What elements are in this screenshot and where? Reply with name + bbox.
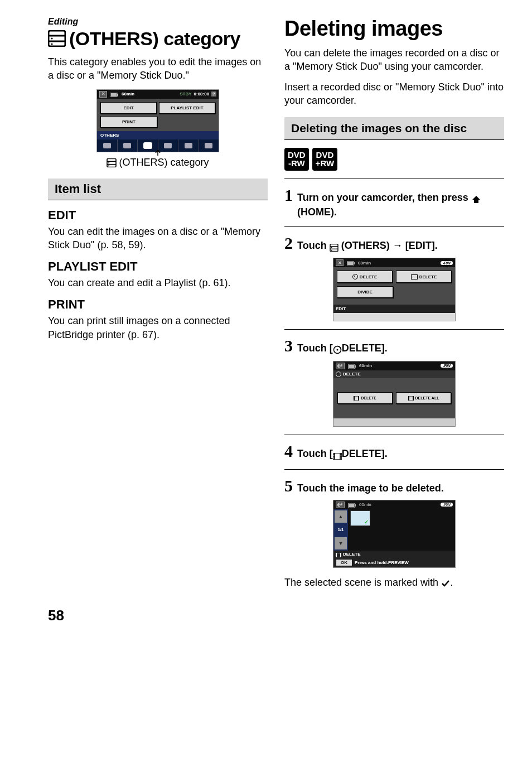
step-number: 1 [284, 187, 293, 204]
svg-point-22 [336, 349, 338, 351]
battery-icon [348, 502, 356, 508]
svg-rect-19 [354, 262, 355, 264]
svg-rect-27 [354, 396, 355, 401]
page-title-right: Deleting images [284, 17, 504, 41]
svg-point-16 [331, 247, 332, 248]
back-icon[interactable] [336, 502, 345, 508]
edit-menu-screenshot: ✕ 60min -RW DELETE DELETE DIVIDE EDIT [333, 258, 456, 321]
intro2: Insert a recorded disc or "Memory Stick … [284, 80, 504, 108]
edit-button[interactable]: EDIT [100, 102, 157, 114]
delete-button[interactable]: DELETE [337, 392, 393, 404]
page-indicator: 1/1 [333, 524, 348, 536]
subheading: Deleting the images on the disc [284, 117, 504, 140]
thumbnail-grid[interactable]: ✓ [348, 509, 455, 551]
edit-label: EDIT [333, 305, 455, 313]
svg-rect-6 [117, 94, 118, 96]
hint-text: Press and hold:PREVIEW [355, 560, 409, 565]
battery-text: 60min [358, 261, 371, 266]
section-breadcrumb: Editing [48, 17, 268, 27]
closing-text: The selected scene is marked with . [284, 576, 504, 589]
separator [284, 469, 504, 470]
playlist-edit-desc: You can create and edit a Playlist (p. 6… [48, 276, 268, 290]
svg-rect-25 [349, 365, 354, 368]
disc-type-badge: -RW [441, 503, 453, 507]
step-number: 5 [284, 478, 293, 494]
category-icon[interactable] [164, 143, 172, 148]
checkmark-icon [441, 577, 450, 588]
left-column: Editing (OTHERS) category This category … [48, 17, 268, 596]
thumbnail[interactable]: ✓ [350, 510, 370, 526]
scroll-up-button[interactable]: ▲ [335, 510, 347, 523]
scroll-down-button[interactable]: ▼ [335, 537, 347, 549]
intro1: You can delete the images recorded on a … [284, 46, 504, 74]
disc-type-badge: -RW [441, 364, 453, 368]
delete-header: DELETE [343, 372, 361, 377]
step-number: 3 [284, 337, 293, 354]
battery-text: 60min [359, 502, 371, 507]
step-3: 3 Touch [DELETE]. [284, 337, 504, 356]
status-text: STBY [180, 91, 191, 97]
delete-all-button[interactable]: DELETE ALL [396, 392, 451, 404]
film-icon [336, 552, 341, 557]
svg-rect-30 [408, 396, 409, 401]
disc-icon [352, 274, 358, 279]
svg-point-3 [51, 37, 52, 39]
divide-button[interactable]: DIVIDE [337, 286, 393, 298]
disc-badges: DVD-RW DVD+RW [284, 148, 504, 171]
svg-point-4 [51, 43, 52, 45]
category-icon[interactable] [103, 143, 111, 148]
others-menu-screenshot: ✕ 60min STBY 0:00:00 ? EDIT PLAYLIST EDI… [96, 89, 219, 152]
category-icon[interactable] [123, 143, 131, 148]
separator [284, 435, 504, 435]
delete-menu-screenshot: 60min -RW DELETE DELETE DELETE ALL [333, 361, 456, 427]
ms-delete-button[interactable]: DELETE [396, 271, 452, 283]
disc-icon [336, 372, 341, 377]
film-icon [333, 449, 342, 461]
separator [284, 226, 504, 227]
help-icon[interactable]: ? [211, 91, 216, 97]
print-heading: PRINT [48, 297, 268, 312]
category-icon[interactable] [185, 143, 192, 148]
others-category-icon[interactable] [144, 143, 152, 148]
others-icon [48, 30, 66, 47]
dvd-plus-rw-badge: DVD+RW [312, 148, 337, 171]
edit-heading: EDIT [48, 208, 268, 223]
delete-label: DELETE [343, 552, 361, 557]
print-button[interactable]: PRINT [100, 116, 157, 128]
battery-text: 60min [359, 363, 372, 368]
close-icon[interactable]: ✕ [336, 259, 344, 266]
home-icon [471, 192, 481, 205]
pointer-arrow-icon [154, 148, 161, 158]
step-5: 5 Touch the image to be deleted. [284, 478, 504, 495]
svg-point-17 [331, 250, 332, 251]
svg-point-12 [109, 165, 110, 166]
film-icon [354, 396, 359, 401]
step-4: 4 Touch [DELETE]. [284, 443, 504, 461]
svg-point-11 [109, 162, 110, 163]
svg-rect-7 [111, 93, 117, 97]
battery-icon [110, 91, 118, 97]
select-image-screenshot: 60min -RW ▲ 1/1 ▼ ✓ DELETE [333, 500, 456, 568]
page-title-left: (OTHERS) category [69, 28, 240, 50]
separator [284, 329, 504, 330]
others-icon [107, 157, 117, 168]
disc-delete-button[interactable]: DELETE [337, 271, 393, 283]
svg-rect-43 [349, 504, 354, 507]
battery-icon [347, 260, 355, 266]
svg-rect-24 [355, 365, 356, 368]
item-list-heading: Item list [48, 179, 268, 200]
close-icon[interactable]: ✕ [99, 91, 107, 98]
ok-button[interactable]: OK [336, 559, 352, 566]
film-icon [408, 396, 414, 401]
playlist-edit-button[interactable]: PLAYLIST EDIT [159, 102, 215, 114]
checkmark-icon: ✓ [364, 519, 369, 525]
others-icon [330, 240, 338, 253]
screenshot-caption: (OTHERS) category [48, 157, 268, 168]
back-icon[interactable] [336, 363, 345, 369]
step-number: 2 [284, 235, 293, 252]
category-icon[interactable] [205, 143, 212, 148]
page-number: 58 [0, 607, 532, 638]
others-label: OTHERS [97, 131, 219, 139]
step-number: 4 [284, 443, 293, 460]
page-title-row: (OTHERS) category [48, 28, 268, 50]
